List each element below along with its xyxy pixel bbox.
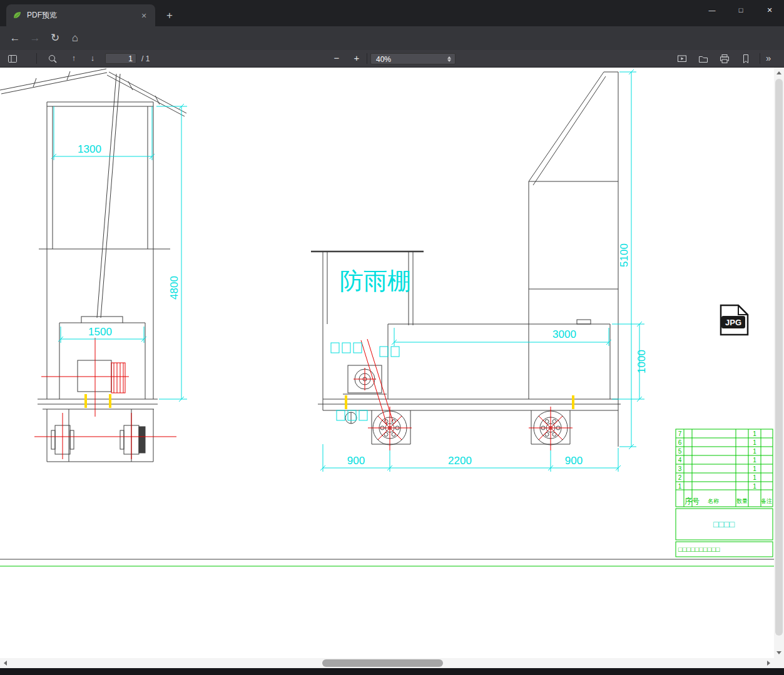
scroll-left-arrow[interactable] [4, 661, 7, 666]
cad-centerlines-red [34, 338, 573, 459]
qty-header: 数量 [736, 498, 748, 504]
home-icon[interactable]: ⌂ [68, 31, 83, 46]
dim-4800: 4800 [168, 276, 180, 300]
pdf-page: 1300 4800 1500 5100 3000 1000 900 2200 9… [0, 68, 774, 658]
jpg-file-icon: JPG [721, 305, 748, 335]
cad-title-block [676, 429, 773, 557]
title-block-center-text: □□□□ [713, 519, 735, 529]
back-icon[interactable]: ← [8, 31, 23, 46]
svg-text:3: 3 [678, 465, 682, 472]
title-block-footer-text: □□□□□□□□□□ [678, 546, 720, 553]
previous-page-icon[interactable]: ↑ [69, 53, 79, 63]
new-tab-button[interactable]: + [161, 8, 178, 24]
svg-text:1: 1 [678, 483, 682, 490]
svg-text:1: 1 [753, 465, 756, 472]
vertical-scroll-thumb[interactable] [775, 79, 783, 636]
cad-front-view [0, 69, 186, 462]
cad-dimension-labels: 1300 4800 1500 5100 3000 1000 900 2200 9… [78, 143, 648, 467]
tab-title: PDF预览 [27, 10, 139, 21]
svg-text:1: 1 [753, 439, 756, 446]
dim-2200: 2200 [448, 455, 472, 467]
svg-text:1: 1 [753, 457, 756, 464]
spring-leaf-favicon [13, 11, 22, 20]
window-controls: — □ ✕ [698, 0, 784, 20]
reload-icon[interactable]: ↻ [48, 31, 63, 46]
canopy-label: 防雨棚 [340, 268, 411, 294]
zoom-out-button[interactable]: − [330, 52, 343, 64]
dim-1500: 1500 [88, 326, 112, 338]
scrollbar-corner [774, 658, 784, 668]
zoom-select[interactable]: 40% [370, 53, 456, 64]
dim-1300: 1300 [78, 143, 101, 155]
cad-sheet-border [0, 559, 774, 566]
dim-5100: 5100 [618, 243, 630, 267]
horizontal-scrollbar[interactable] [0, 658, 774, 668]
forward-icon[interactable]: → [28, 31, 43, 46]
cad-drawing-canvas: 1300 4800 1500 5100 3000 1000 900 2200 9… [0, 68, 774, 658]
scroll-down-arrow[interactable] [776, 651, 781, 654]
more-tools-icon[interactable]: » [766, 53, 771, 63]
note-header: 备注 [761, 498, 772, 504]
open-file-icon[interactable] [698, 54, 708, 64]
scroll-up-arrow[interactable] [776, 71, 781, 74]
svg-text:2: 2 [678, 474, 682, 481]
cad-markers-yellow [86, 394, 573, 409]
maximize-button[interactable]: □ [726, 0, 755, 20]
svg-text:5: 5 [678, 448, 682, 455]
dim-900-right: 900 [565, 455, 583, 467]
minimize-button[interactable]: — [698, 0, 726, 20]
dim-900-left: 900 [347, 455, 365, 467]
jpg-badge-label: JPG [725, 318, 741, 327]
svg-text:7: 7 [678, 430, 682, 437]
presentation-mode-icon[interactable] [677, 54, 687, 64]
serial-header: 序号 [685, 497, 700, 505]
browser-tab[interactable]: PDF预览 ✕ [6, 4, 155, 26]
svg-text:6: 6 [678, 439, 682, 446]
window-bottom-edge [0, 668, 784, 675]
title-bar: PDF预览 ✕ + — □ ✕ [0, 0, 784, 26]
svg-text:1: 1 [753, 430, 756, 437]
zoom-value: 40% [376, 55, 391, 64]
svg-text:4: 4 [678, 457, 682, 464]
cad-side-view [311, 72, 621, 447]
scroll-right-arrow[interactable] [767, 661, 770, 666]
close-button[interactable]: ✕ [755, 0, 784, 20]
horizontal-scroll-thumb[interactable] [322, 659, 443, 667]
svg-text:1: 1 [753, 483, 756, 490]
search-icon[interactable] [48, 54, 58, 64]
name-header: 名称 [708, 498, 719, 504]
page-total-label: / 1 [141, 54, 150, 63]
zoom-in-button[interactable]: + [350, 52, 363, 64]
pdf-toolbar: ↑ ↓ 1 / 1 − + 40% » [0, 50, 784, 68]
dim-1000: 1000 [636, 350, 648, 373]
page-number-input[interactable]: 1 [105, 53, 136, 64]
next-page-icon[interactable]: ↓ [88, 53, 98, 63]
navigation-bar: ← → ↻ ⌂ i localhost:8012/onlinePreview?u… [0, 26, 784, 50]
vertical-scrollbar[interactable] [774, 68, 784, 658]
svg-text:1: 1 [753, 474, 756, 481]
print-icon[interactable] [720, 54, 730, 64]
tab-close-icon[interactable]: ✕ [139, 11, 149, 21]
sidebar-toggle-icon[interactable] [8, 54, 18, 64]
bookmark-icon[interactable] [741, 54, 751, 64]
svg-text:1: 1 [753, 448, 756, 455]
dim-3000: 3000 [552, 328, 576, 340]
